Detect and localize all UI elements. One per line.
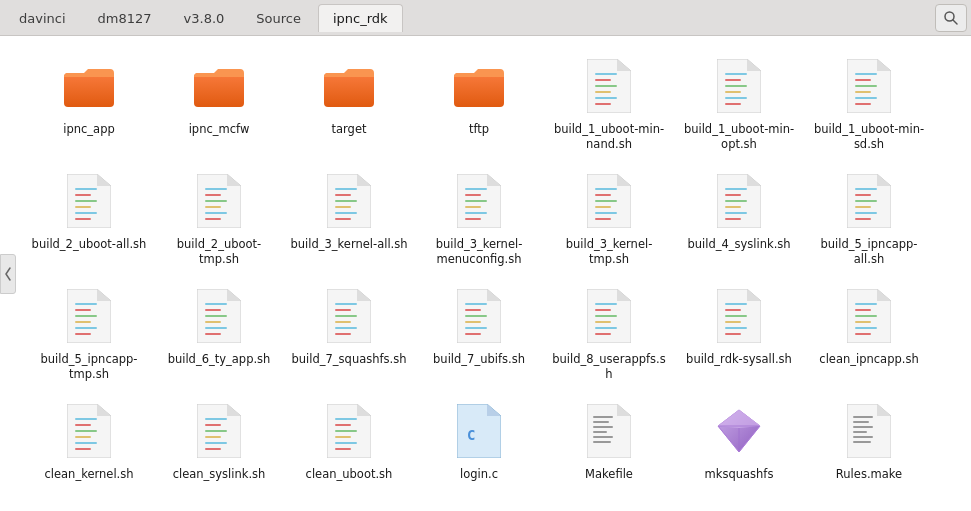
file-item[interactable]: tftp [414, 46, 544, 161]
svg-rect-5 [454, 73, 504, 107]
svg-rect-190 [853, 431, 867, 433]
svg-rect-160 [335, 418, 357, 420]
svg-rect-191 [853, 436, 873, 438]
svg-rect-132 [725, 327, 747, 329]
svg-rect-29 [855, 103, 871, 105]
file-icon-script [452, 286, 506, 346]
svg-rect-171 [593, 416, 613, 418]
svg-rect-35 [75, 206, 91, 208]
svg-rect-12 [595, 97, 617, 99]
search-icon [943, 10, 959, 26]
file-icon-folder [62, 56, 116, 116]
svg-rect-117 [465, 333, 481, 335]
svg-text:C: C [467, 427, 475, 443]
file-label: build_1_uboot-min-nand.sh [549, 122, 669, 152]
svg-rect-90 [75, 315, 97, 317]
svg-rect-139 [855, 321, 871, 323]
file-icon-script [712, 286, 766, 346]
file-item[interactable]: ipnc_mcfw [154, 46, 284, 161]
file-item[interactable]: build_8_userappfs.sh [544, 276, 674, 391]
file-label: tftp [469, 122, 489, 137]
svg-rect-96 [205, 303, 227, 305]
file-item[interactable]: build_2_uboot-all.sh [24, 161, 154, 276]
svg-rect-141 [855, 333, 871, 335]
svg-rect-60 [465, 212, 487, 214]
search-button[interactable] [935, 4, 967, 32]
file-item[interactable]: build_3_kernel-all.sh [284, 161, 414, 276]
file-item[interactable]: ubinize.cfg [24, 506, 154, 511]
file-icon-script [452, 171, 506, 231]
tab-v3.8.0[interactable]: v3.8.0 [169, 4, 240, 32]
file-item[interactable]: clean_uboot.sh [284, 391, 414, 506]
file-item[interactable]: build_rdk-sysall.sh [674, 276, 804, 391]
file-item[interactable]: build_1_uboot-min-nand.sh [544, 46, 674, 161]
file-label: build_4_syslink.sh [687, 237, 790, 252]
svg-rect-19 [725, 91, 741, 93]
svg-rect-152 [205, 418, 227, 420]
svg-rect-49 [335, 194, 351, 196]
svg-rect-27 [855, 91, 871, 93]
file-icon-script [322, 171, 376, 231]
file-icon-script [842, 286, 896, 346]
file-item[interactable]: build_2_uboot-tmp.sh [154, 161, 284, 276]
svg-rect-64 [595, 188, 617, 190]
file-item[interactable]: build_5_ipncapp-all.sh [804, 161, 934, 276]
svg-rect-73 [725, 194, 741, 196]
svg-rect-2 [64, 73, 114, 107]
svg-rect-106 [335, 315, 357, 317]
file-item[interactable]: ipnc_app [24, 46, 154, 161]
scroll-left-indicator[interactable] [0, 254, 16, 294]
file-item[interactable]: target [284, 46, 414, 161]
svg-rect-80 [855, 188, 877, 190]
svg-rect-164 [335, 442, 357, 444]
svg-rect-122 [595, 315, 617, 317]
file-item[interactable]: mksquashfs [674, 391, 804, 506]
file-item[interactable]: clean_ipncapp.sh [804, 276, 934, 391]
tab-source[interactable]: Source [241, 4, 316, 32]
svg-marker-178 [718, 410, 760, 428]
file-icon-script [62, 286, 116, 346]
svg-rect-109 [335, 333, 351, 335]
svg-rect-125 [595, 333, 611, 335]
svg-rect-74 [725, 200, 747, 202]
file-item[interactable]: Makefile [544, 391, 674, 506]
file-item[interactable]: build_3_kernel-menuconfig.sh [414, 161, 544, 276]
file-item[interactable]: build_6_ty_app.sh [154, 276, 284, 391]
tab-ipnc_rdk[interactable]: ipnc_rdk [318, 4, 403, 32]
file-icon-script [582, 56, 636, 116]
file-item[interactable]: build_3_kernel-tmp.sh [544, 161, 674, 276]
file-item[interactable]: build_4_syslink.sh [674, 161, 804, 276]
file-icon-script [712, 56, 766, 116]
file-icon-script [192, 401, 246, 461]
svg-rect-32 [75, 188, 97, 190]
file-item[interactable]: build_7_squashfs.sh [284, 276, 414, 391]
file-item[interactable]: Rules.make [804, 391, 934, 506]
svg-rect-99 [205, 321, 221, 323]
file-label: build_3_kernel-menuconfig.sh [419, 237, 539, 267]
svg-rect-107 [335, 321, 351, 323]
svg-rect-36 [75, 212, 97, 214]
file-item[interactable]: clean_syslink.sh [154, 391, 284, 506]
svg-rect-163 [335, 436, 351, 438]
file-item[interactable]: build_1_uboot-min-sd.sh [804, 46, 934, 161]
file-label: ipnc_mcfw [189, 122, 250, 137]
svg-rect-101 [205, 333, 221, 335]
file-item[interactable]: ubinize_app.cfg [154, 506, 284, 511]
file-item[interactable]: build_7_ubifs.sh [414, 276, 544, 391]
file-label: mksquashfs [705, 467, 774, 482]
svg-rect-176 [593, 441, 611, 443]
svg-rect-77 [725, 218, 741, 220]
svg-rect-145 [75, 424, 91, 426]
file-item[interactable]: clean_kernel.sh [24, 391, 154, 506]
tab-davinci[interactable]: davinci [4, 4, 81, 32]
file-item[interactable]: build_5_ipncapp-tmp.sh [24, 276, 154, 391]
file-label: build_rdk-sysall.sh [686, 352, 792, 367]
svg-rect-128 [725, 303, 747, 305]
svg-rect-91 [75, 321, 91, 323]
tab-dm8127[interactable]: dm8127 [83, 4, 167, 32]
svg-rect-140 [855, 327, 877, 329]
file-icon-script [842, 56, 896, 116]
file-item[interactable]: C login.c [414, 391, 544, 506]
file-item[interactable]: build_1_uboot-min-opt.sh [674, 46, 804, 161]
svg-rect-33 [75, 194, 91, 196]
